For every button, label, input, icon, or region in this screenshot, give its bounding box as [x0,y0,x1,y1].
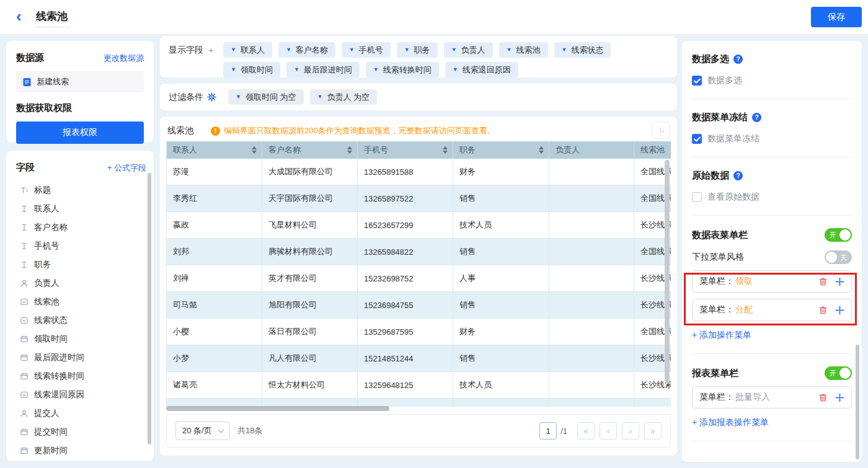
table-row[interactable]: 诸葛亮恒太方材料公司13259648125技术人员长沙线索 [167,372,671,399]
table-row[interactable]: 嬴政飞星材料公司16523657299技术人员长沙线索 [167,212,671,239]
display-field-chip[interactable]: ▼负责人 [444,42,493,58]
add-report-menu-link[interactable]: + 添加报表操作菜单 [692,417,852,428]
raw-data-checkbox[interactable]: 查看原始数据 [692,192,852,203]
display-field-chip[interactable]: ▼最后跟进时间 [286,62,360,77]
add-display-field-button[interactable]: + [208,45,214,55]
display-field-chip[interactable]: ▼线索转换时间 [366,62,439,77]
calendar-icon [20,446,29,455]
field-item[interactable]: 手机号 [16,237,146,255]
move-icon[interactable] [835,306,844,315]
table-row[interactable]: 小梦凡人有限公司15214851244销售长沙线索 [167,345,671,372]
field-item[interactable]: 提交人 [16,404,146,423]
column-sort-icon[interactable] [347,146,352,154]
help-icon[interactable]: ? [733,55,743,64]
fields-panel: 字段 + 公式字段 标题联系人客户名称手机号职务负责人线索池线索状态领取时间最后… [6,151,154,461]
filter-condition-chip[interactable]: ▼负责人 为空 [310,89,378,105]
settings-scrollbar[interactable] [856,345,859,459]
column-sort-icon[interactable] [252,146,257,154]
field-item[interactable]: 提交时间 [16,423,146,441]
add-formula-field-link[interactable]: + 公式字段 [107,162,146,174]
next-page-button[interactable]: › [622,422,639,439]
column-header[interactable]: 职务 [453,141,549,159]
table-row[interactable]: 李秀红天宇国际有限公司13265897522销售全国线索 [167,185,671,212]
trash-icon[interactable] [818,306,828,315]
field-item[interactable]: 领取时间 [16,330,146,348]
sort-order-button[interactable]: ↑↓ [652,121,670,139]
table-menu-toggle[interactable]: 开 [825,228,852,242]
column-sort-icon[interactable] [539,146,544,154]
table-row[interactable]: 小樱落日有限公司13529687595财务全国线索 [167,319,671,345]
table-row[interactable]: 司马懿旭阳有限公司15236984755销售长沙线索 [167,292,671,319]
menu-bar-item[interactable]: 菜单栏：分配 [692,299,852,321]
page-size-select[interactable]: 20 条/页 [175,422,230,440]
prev-page-button[interactable]: ‹ [600,422,617,439]
field-item[interactable]: 线索状态 [16,311,146,330]
divider [692,441,852,441]
help-icon[interactable]: ? [733,171,743,180]
save-button[interactable]: 保存 [811,7,862,27]
trash-icon[interactable] [818,393,828,402]
column-header[interactable]: 负责人 [549,141,634,159]
display-field-chip[interactable]: ▼客户名称 [278,42,335,58]
last-page-button[interactable]: » [644,422,662,439]
field-item[interactable]: 线索转换时间 [16,367,146,386]
column-header[interactable]: 客户名称 [262,141,358,159]
trash-icon[interactable] [818,277,828,286]
move-icon[interactable] [835,277,844,286]
add-action-menu-link[interactable]: + 添加操作菜单 [692,330,852,341]
display-field-chip[interactable]: ▼线索池 [499,42,548,58]
back-button[interactable]: ‹ [16,5,22,27]
page-title[interactable]: 线索池 [36,9,70,27]
field-item[interactable]: 联系人 [16,200,146,218]
report-menu-toggle[interactable]: 开 [825,366,852,380]
chevron-down-icon: ▼ [453,67,458,73]
change-datasource-link[interactable]: 更改数据源 [104,53,144,64]
field-item[interactable]: 更新时间 [16,441,146,460]
field-item[interactable]: 标题 [16,181,146,200]
table-cell [549,372,634,399]
column-header[interactable]: 线索池 [634,141,671,159]
field-item[interactable]: 最后跟进时间 [16,348,146,367]
move-icon[interactable] [835,393,844,402]
help-icon[interactable]: ? [752,113,761,122]
field-item[interactable]: 职务 [16,255,146,274]
report-permission-button[interactable]: 报表权限 [16,121,144,144]
datasource-item-label: 新建线索 [37,76,69,87]
fields-list: 标题联系人客户名称手机号职务负责人线索池线索状态领取时间最后跟进时间线索转换时间… [16,181,146,460]
display-field-chip[interactable]: ▼线索状态 [554,42,611,58]
multi-select-checkbox[interactable]: 数据多选 [692,75,852,86]
gear-icon[interactable] [207,92,216,102]
datasource-item[interactable]: 新建线索 [16,71,144,92]
table-row[interactable]: 苏漫大成国际有限公司13265891588财务全国线索 [167,159,671,185]
display-field-chip[interactable]: ▼职务 [397,42,438,58]
report-menu-items: 菜单栏：批量导入 [692,386,852,408]
field-item[interactable]: 线索退回原因 [16,386,146,404]
field-item[interactable]: 负责人 [16,274,146,293]
column-header[interactable]: 手机号 [358,141,453,159]
current-page-input[interactable]: 1 [539,422,557,439]
table-cell: 人事 [453,265,549,292]
display-field-chip[interactable]: ▼线索退回原因 [445,62,518,77]
first-page-button[interactable]: « [577,422,595,439]
column-header[interactable]: 联系人 [167,141,262,159]
dropdown-style-toggle[interactable]: 关 [825,250,852,264]
display-field-chip[interactable]: ▼领取时间 [223,62,280,77]
display-field-chip[interactable]: ▼手机号 [342,42,391,58]
chevron-down-icon: ▼ [231,67,236,73]
field-item[interactable]: 线索池 [16,293,146,311]
table-horizontal-scrollbar[interactable] [166,406,389,411]
display-field-chip[interactable]: ▼联系人 [223,42,272,58]
fields-scrollbar[interactable] [148,173,151,444]
toggle-knob [839,229,851,241]
filter-condition-chip[interactable]: ▼领取时间 为空 [228,89,304,105]
table-row[interactable]: 刘禅英才有限公司15232698752人事长沙线索 [167,265,671,292]
table-row[interactable]: 刘邦腾骏材料有限公司13265984822销售全国线索 [167,239,671,265]
table-vertical-scrollbar[interactable] [665,160,670,383]
column-sort-icon[interactable] [443,146,448,154]
field-label: 手机号 [34,241,60,252]
field-item[interactable]: 客户名称 [16,218,146,237]
field-label: 职务 [34,259,51,270]
menu-bar-item[interactable]: 菜单栏：领取 [692,270,852,293]
menu-freeze-checkbox[interactable]: 数据菜单冻结 [692,133,852,144]
menu-bar-item[interactable]: 菜单栏：批量导入 [692,386,852,408]
